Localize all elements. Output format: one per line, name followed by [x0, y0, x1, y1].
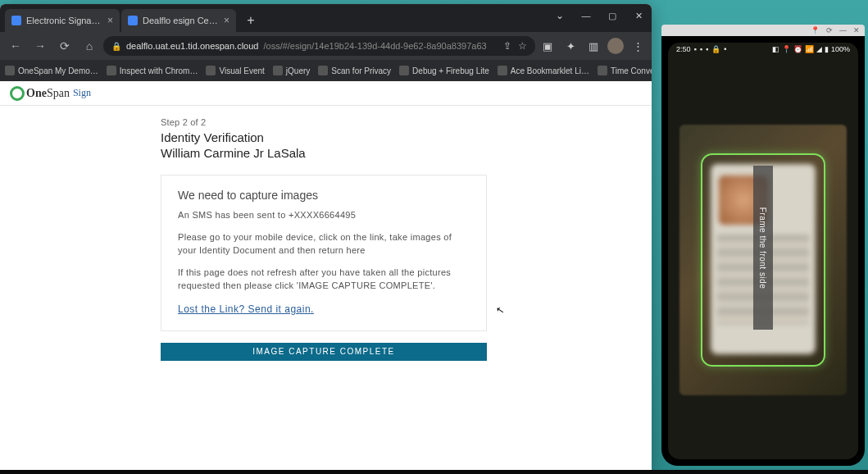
- battery-icon: ▮: [825, 45, 829, 53]
- lock-icon: 🔒: [111, 42, 121, 51]
- page-header: OneSpan Sign: [0, 81, 652, 106]
- capture-panel: We need to capture images An SMS has bee…: [161, 175, 487, 331]
- logo-mark-icon: [10, 86, 25, 101]
- extensions-icon[interactable]: ✦: [561, 37, 579, 55]
- bookmark-item[interactable]: Ace Bookmarklet Li…: [498, 66, 589, 75]
- bookmark-icon: [107, 66, 116, 75]
- logo-text: OneSpan: [26, 87, 70, 100]
- minimize-button[interactable]: —: [573, 4, 599, 27]
- bookmark-label: Debug + Firebug Lite: [412, 66, 489, 75]
- lock-icon: 🔒: [711, 45, 720, 53]
- user-name: William Carmine Jr LaSala: [161, 146, 652, 160]
- notification-icon: ▪: [706, 45, 708, 53]
- close-icon[interactable]: ×: [107, 15, 113, 26]
- bookmark-item[interactable]: OneSpan My Demo…: [5, 66, 98, 75]
- bookmark-item[interactable]: jQuery: [273, 66, 310, 75]
- close-icon[interactable]: ✕: [853, 26, 860, 34]
- bookmark-icon: [399, 66, 409, 75]
- instruction-1: Please go to your mobile device, click o…: [178, 230, 470, 258]
- capture-overlay: Frame the front side: [753, 166, 773, 330]
- address-bar[interactable]: 🔒 dealflo.uat.eu1.tid.onespan.cloud /oss…: [103, 36, 535, 56]
- chevron-down-icon[interactable]: ⌄: [547, 4, 573, 27]
- tab-title: Dealflo esign Ceremony: [143, 16, 219, 25]
- phone-statusbar: 2:50 ▪ ▪ ▪ 🔒 • ◧ 📍 ⏰ 📶 ◢ ▮ 100%: [668, 43, 858, 56]
- battery-level: 100%: [831, 45, 850, 53]
- home-button[interactable]: ⌂: [79, 35, 100, 57]
- camera-icon[interactable]: ▣: [539, 37, 557, 55]
- bookmark-label: Ace Bookmarklet Li…: [511, 66, 589, 75]
- browser-window: Electronic Signature, Cloud Auth × Dealf…: [0, 4, 652, 470]
- bookmark-label: Scan for Privacy: [331, 66, 391, 75]
- os-taskbar[interactable]: [0, 470, 868, 474]
- nfc-icon: ◧: [772, 45, 779, 53]
- overlay-instruction: Frame the front side: [759, 207, 768, 288]
- bookmark-label: OneSpan My Demo…: [18, 66, 98, 75]
- logo-suffix: Sign: [73, 87, 91, 99]
- tabs-icon[interactable]: ▥: [584, 37, 602, 55]
- bookmark-icon: [318, 66, 328, 75]
- tab-title: Electronic Signature, Cloud Auth: [26, 16, 102, 25]
- desktop: Electronic Signature, Cloud Auth × Dealf…: [0, 0, 868, 474]
- phone-screen[interactable]: 2:50 ▪ ▪ ▪ 🔒 • ◧ 📍 ⏰ 📶 ◢ ▮ 100%: [668, 43, 858, 459]
- location-icon: 📍: [782, 45, 791, 53]
- url-domain: dealflo.uat.eu1.tid.onespan.cloud: [126, 41, 258, 51]
- page-viewport: OneSpan Sign Step 2 of 2 Identity Verifi…: [0, 81, 652, 470]
- resend-link[interactable]: Lost the Link? Send it again.: [178, 303, 314, 315]
- notification-icon: ▪: [694, 45, 697, 53]
- profile-avatar[interactable]: [607, 38, 624, 54]
- back-button[interactable]: ←: [5, 35, 26, 57]
- phone-frame: 2:50 ▪ ▪ ▪ 🔒 • ◧ 📍 ⏰ 📶 ◢ ▮ 100%: [661, 36, 865, 466]
- bookmark-label: jQuery: [286, 66, 310, 75]
- panel-heading: We need to capture images: [178, 189, 470, 202]
- close-icon[interactable]: ×: [224, 15, 229, 26]
- instruction-2: If this page does not refresh after you …: [178, 266, 470, 293]
- bookmark-icon: [206, 66, 216, 75]
- reload-button[interactable]: ⟳: [54, 35, 75, 57]
- image-capture-complete-button[interactable]: IMAGE CAPTURE COMPLETE: [161, 343, 487, 361]
- refresh-icon[interactable]: ⟳: [826, 26, 833, 34]
- dot-icon: •: [724, 45, 726, 53]
- sms-status: An SMS has been sent to +XXXX6664495: [178, 208, 470, 222]
- bookmark-item[interactable]: Time Converter - C…: [598, 66, 652, 75]
- star-icon[interactable]: ☆: [518, 40, 527, 52]
- phone-time: 2:50: [676, 45, 691, 53]
- page-title: Identity Verification: [161, 130, 652, 144]
- url-path: /oss/#/esign/14e19b24-139d-44dd-9e62-8a9…: [263, 41, 486, 51]
- onespan-logo: OneSpan Sign: [10, 86, 91, 101]
- scrcpy-window: 📍 ⟳ — ✕ 2:50 ▪ ▪ ▪ 🔒 • ◧: [661, 25, 865, 466]
- pin-icon[interactable]: 📍: [811, 26, 820, 34]
- bookmark-label: Visual Event: [219, 66, 264, 75]
- bookmark-item[interactable]: Debug + Firebug Lite: [399, 66, 489, 75]
- bookmark-item[interactable]: Visual Event: [206, 66, 264, 75]
- page-content: Step 2 of 2 Identity Verification Willia…: [0, 106, 652, 361]
- bookmark-icon: [598, 66, 607, 75]
- bookmark-item[interactable]: Scan for Privacy: [318, 66, 391, 75]
- bookmark-icon: [498, 66, 507, 75]
- forward-button[interactable]: →: [30, 35, 51, 57]
- close-window-button[interactable]: ✕: [625, 4, 652, 27]
- scrcpy-titlebar: 📍 ⟳ — ✕: [661, 25, 865, 36]
- window-controls: ⌄ — ▢ ✕: [547, 4, 652, 27]
- minimize-icon[interactable]: —: [839, 26, 847, 34]
- tab-electronic-signature[interactable]: Electronic Signature, Cloud Auth ×: [5, 9, 120, 32]
- bookmark-icon: [273, 66, 283, 75]
- favicon-icon: [11, 16, 21, 25]
- bookmark-bar: OneSpan My Demo… Inspect with Chrom… Vis…: [0, 60, 652, 81]
- step-indicator: Step 2 of 2: [161, 117, 652, 127]
- share-icon[interactable]: ⇪: [503, 40, 511, 52]
- bookmark-label: Inspect with Chrom…: [120, 66, 198, 75]
- bookmark-label: Time Converter - C…: [611, 66, 652, 75]
- bookmark-icon: [5, 66, 15, 75]
- browser-toolbar: ← → ⟳ ⌂ 🔒 dealflo.uat.eu1.tid.onespan.cl…: [0, 32, 652, 60]
- wifi-icon: 📶: [805, 45, 814, 53]
- tab-dealflo-esign[interactable]: Dealflo esign Ceremony ×: [121, 9, 236, 32]
- menu-icon[interactable]: ⋮: [629, 37, 647, 55]
- favicon-icon: [128, 16, 138, 25]
- alarm-icon: ⏰: [793, 45, 802, 53]
- signal-icon: ◢: [816, 45, 822, 53]
- bookmark-item[interactable]: Inspect with Chrom…: [107, 66, 198, 75]
- notification-icon: ▪: [700, 45, 702, 53]
- new-tab-button[interactable]: +: [241, 11, 261, 30]
- tab-strip: Electronic Signature, Cloud Auth × Dealf…: [0, 4, 652, 32]
- maximize-button[interactable]: ▢: [599, 4, 625, 27]
